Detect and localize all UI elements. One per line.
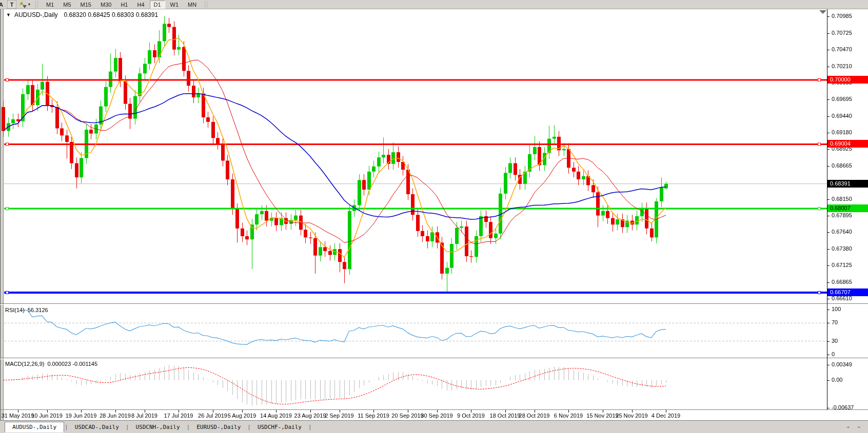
ohlc-readout: 0.68320 0.68425 0.68303 0.68391 bbox=[64, 11, 159, 18]
tab-divider: | bbox=[308, 424, 312, 430]
symbol-label: AUDUSD-,Daily bbox=[14, 11, 58, 18]
tab-divider: | bbox=[64, 424, 69, 430]
chart-tab-usdcad[interactable]: USDCAD-,Daily bbox=[69, 422, 125, 432]
rsi-name: RSI(14) bbox=[5, 307, 25, 313]
dropdown-caret-icon[interactable]: ▾ bbox=[28, 2, 30, 7]
chart-tab-usdcnh[interactable]: USDCNH-,Daily bbox=[129, 422, 186, 432]
price-chart-canvas[interactable] bbox=[0, 0, 868, 433]
chart-tabbar: AUDUSD-,Daily|USDCAD-,Daily|USDCNH-,Dail… bbox=[0, 421, 868, 433]
tab-divider: | bbox=[247, 424, 251, 430]
toolbar: A T ▾ M1M5M15M30H1H4D1W1MN bbox=[0, 0, 868, 9]
timeframe-button-mn[interactable]: MN bbox=[184, 1, 201, 9]
tab-divider: | bbox=[186, 424, 191, 430]
text-label-tool-icon[interactable]: T bbox=[7, 1, 16, 9]
tab-scroll-right-icon[interactable]: ► bbox=[858, 424, 864, 429]
style-arrows-icon[interactable] bbox=[18, 1, 27, 8]
timeframe-button-h4[interactable]: H4 bbox=[133, 1, 148, 9]
chart-tab-eurusd[interactable]: EURUSD-,Daily bbox=[190, 422, 247, 432]
tab-divider: | bbox=[125, 424, 130, 430]
timeframe-button-m30[interactable]: M30 bbox=[96, 1, 115, 9]
rsi-value: 56.3126 bbox=[28, 307, 48, 313]
rsi-label: RSI(14)56.3126 bbox=[5, 307, 48, 313]
chart-tab-audusd[interactable]: AUDUSD-,Daily bbox=[5, 422, 64, 432]
toolbar-separator bbox=[205, 1, 207, 8]
mt4-terminal-window: A T ▾ M1M5M15M30H1H4D1W1MN ▼ AUDUSD-,Dai… bbox=[0, 0, 868, 433]
timeframe-button-m1[interactable]: M1 bbox=[42, 1, 58, 9]
symbol-dropdown-icon[interactable]: ▼ bbox=[6, 12, 11, 17]
timeframe-button-m15[interactable]: M15 bbox=[76, 1, 95, 9]
toolbar-separator bbox=[35, 1, 38, 8]
timeframe-button-w1[interactable]: W1 bbox=[166, 1, 183, 9]
timeframe-button-h1[interactable]: H1 bbox=[116, 1, 132, 9]
chart-title: ▼ AUDUSD-,Daily 0.68320 0.68425 0.68303 … bbox=[6, 11, 158, 18]
text-tool-icon[interactable]: A bbox=[0, 1, 5, 8]
chart-tab-usdchf[interactable]: USDCHF-,Daily bbox=[251, 422, 308, 432]
tab-scroll-left-icon[interactable]: ◄ bbox=[846, 424, 852, 429]
timeframe-button-m5[interactable]: M5 bbox=[59, 1, 75, 9]
macd-name: MACD(12,26,9) bbox=[5, 361, 44, 367]
timeframe-button-d1[interactable]: D1 bbox=[150, 1, 165, 9]
sort-arrows-icon bbox=[19, 2, 26, 8]
macd-values: 0.000023 -0.001145 bbox=[47, 361, 97, 367]
macd-label: MACD(12,26,9)0.000023 -0.001145 bbox=[5, 361, 97, 367]
